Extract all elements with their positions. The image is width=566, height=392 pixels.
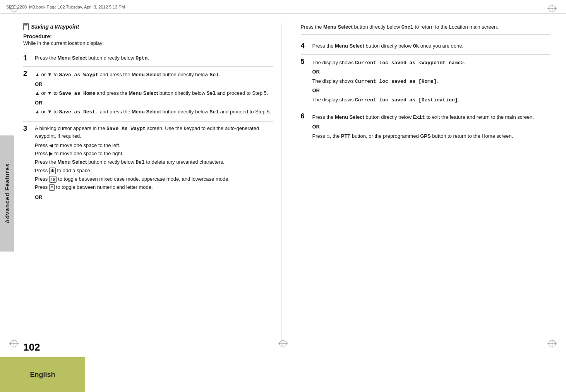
corner-crosshair-bl <box>9 339 19 349</box>
corner-crosshair-tr <box>547 4 557 14</box>
sidebar-label: Advanced Features <box>4 163 10 223</box>
procedure-label: Procedure: <box>23 33 273 39</box>
step-4-number: 4 <box>301 42 309 50</box>
step-1-content: Press the Menu Select button directly be… <box>35 54 273 62</box>
step-5-number: 5 <box>301 58 309 105</box>
right-column: Press the Menu Select button directly be… <box>297 23 551 346</box>
step-1: 1 Press the Menu Select button directly … <box>23 51 273 62</box>
step-6-number: 6 <box>301 112 309 141</box>
english-label: English <box>30 371 55 379</box>
step-6: 6 Press the Menu Select button directly … <box>301 109 551 141</box>
step-3-number: 3 <box>23 125 32 203</box>
left-column: Saving a Waypoint Procedure: While in th… <box>23 23 281 346</box>
corner-crosshair-tl <box>9 4 19 14</box>
step-4: 4 Press the Menu Select button directly … <box>301 39 551 50</box>
page-header: SRX_2200_M3.book Page 102 Tuesday, April… <box>0 0 566 14</box>
step-5-content: The display shows Current loc saved as <… <box>312 58 551 105</box>
step-1-number: 1 <box>23 54 32 62</box>
step-3-content: A blinking cursor appears in the Save As… <box>35 125 273 203</box>
doc-icon <box>23 23 29 30</box>
sidebar-tab: Advanced Features <box>0 135 14 252</box>
step-2: 2 ▲ or ▼ to Save as Waypt and press the … <box>23 66 273 117</box>
section-title: Saving a Waypoint <box>23 23 273 30</box>
step-2-content: ▲ or ▼ to Save as Waypt and press the Me… <box>35 70 273 117</box>
step-5: 5 The display shows Current loc saved as… <box>301 54 551 105</box>
procedure-sub: While in the current location display: <box>23 40 273 46</box>
continuation-note: Press the Menu Select button directly be… <box>301 23 551 35</box>
step-3: 3 A blinking cursor appears in the Save … <box>23 121 273 203</box>
step-6-content: Press the Menu Select button directly be… <box>312 112 551 141</box>
english-tab: English <box>0 357 85 392</box>
step-4-content: Press the Menu Select button directly be… <box>312 42 551 50</box>
step-2-number: 2 <box>23 70 32 117</box>
section-title-text: Saving a Waypoint <box>31 24 79 30</box>
page-header-text: SRX_2200_M3.book Page 102 Tuesday, April… <box>6 5 125 9</box>
main-content: Saving a Waypoint Procedure: While in th… <box>23 23 551 346</box>
